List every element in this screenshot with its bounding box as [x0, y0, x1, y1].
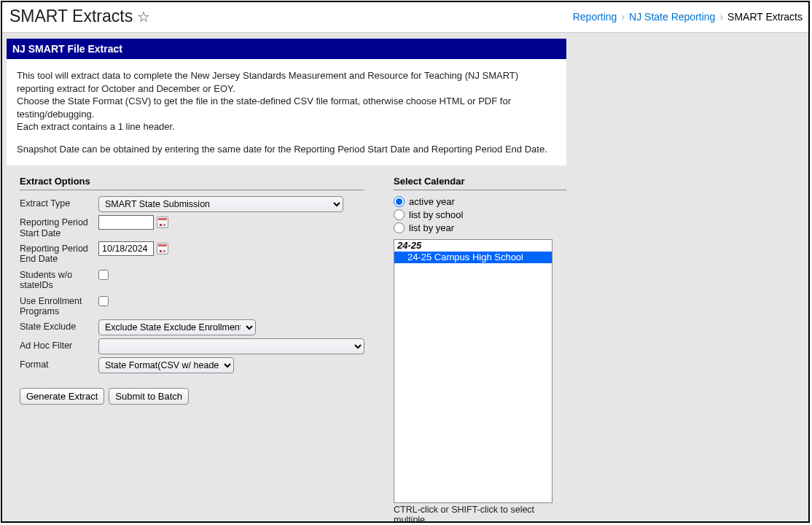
breadcrumb: Reporting › NJ State Reporting › SMART E…	[573, 11, 803, 23]
calendar-listbox[interactable]: 24-25 24-25 Campus High School	[394, 239, 553, 503]
ad-hoc-filter-select[interactable]	[98, 338, 364, 354]
active-year-radio[interactable]	[394, 196, 405, 207]
intro-line3: Each extract contains a 1 line header.	[17, 120, 556, 133]
generate-extract-button[interactable]: Generate Extract	[20, 388, 104, 405]
chevron-right-icon: ›	[621, 11, 625, 23]
header-left: SMART Extracts ☆	[9, 7, 150, 26]
info-box: This tool will extract data to complete …	[7, 59, 566, 166]
list-item[interactable]: 24-25 Campus High School	[394, 252, 552, 263]
star-icon[interactable]: ☆	[137, 9, 150, 24]
format-label: Format	[20, 357, 98, 370]
breadcrumb-reporting[interactable]: Reporting	[573, 11, 617, 23]
extract-options-heading: Extract Options	[20, 176, 364, 190]
calendar-icon[interactable]	[157, 243, 168, 254]
list-by-school-label: list by school	[409, 209, 463, 220]
list-year-header: 24-25	[394, 240, 552, 252]
list-by-year-label: list by year	[409, 222, 454, 233]
extract-type-select[interactable]: SMART State Submission	[98, 196, 343, 212]
students-wo-stateids-checkbox[interactable]	[98, 270, 109, 280]
use-enrollment-checkbox[interactable]	[98, 296, 109, 306]
list-by-year-radio[interactable]	[394, 222, 405, 233]
intro-line1: This tool will extract data to complete …	[17, 69, 556, 95]
format-select[interactable]: State Format(CSV w/ header)	[98, 357, 234, 373]
ctrl-shift-hint: CTRL-click or SHIFT-click to select mult…	[394, 505, 566, 521]
content-area: NJ SMART File Extract This tool will ext…	[2, 33, 808, 521]
submit-to-batch-button[interactable]: Submit to Batch	[109, 388, 189, 405]
breadcrumb-state-reporting[interactable]: NJ State Reporting	[629, 11, 715, 23]
chevron-right-icon: ›	[719, 11, 723, 23]
end-date-label: Reporting Period End Date	[20, 241, 98, 265]
header-bar: SMART Extracts ☆ Reporting › NJ State Re…	[2, 2, 808, 33]
panel-header: NJ SMART File Extract	[7, 39, 566, 59]
active-year-label: active year	[409, 196, 455, 207]
breadcrumb-current: SMART Extracts	[727, 11, 803, 23]
intro-line2: Choose the State Format (CSV) to get the…	[17, 95, 556, 120]
use-enrollment-label: Use Enrollment Programs	[20, 294, 98, 317]
state-exclude-label: State Exclude	[20, 319, 98, 332]
end-date-input[interactable]	[98, 241, 154, 256]
page-title: SMART Extracts	[9, 7, 133, 26]
select-calendar-heading: Select Calendar	[394, 176, 566, 190]
intro-line4: Snapshot Date can be obtained by enterin…	[17, 143, 556, 156]
students-wo-stateids-label: Students w/o stateIDs	[20, 268, 98, 291]
start-date-input[interactable]	[98, 215, 154, 230]
calendar-icon[interactable]	[157, 217, 168, 228]
state-exclude-select[interactable]: Exclude State Exclude Enrollments	[98, 319, 256, 335]
ad-hoc-filter-label: Ad Hoc Filter	[20, 338, 98, 351]
list-by-school-radio[interactable]	[394, 209, 405, 220]
extract-type-label: Extract Type	[20, 196, 98, 209]
start-date-label: Reporting Period Start Date	[20, 215, 98, 238]
